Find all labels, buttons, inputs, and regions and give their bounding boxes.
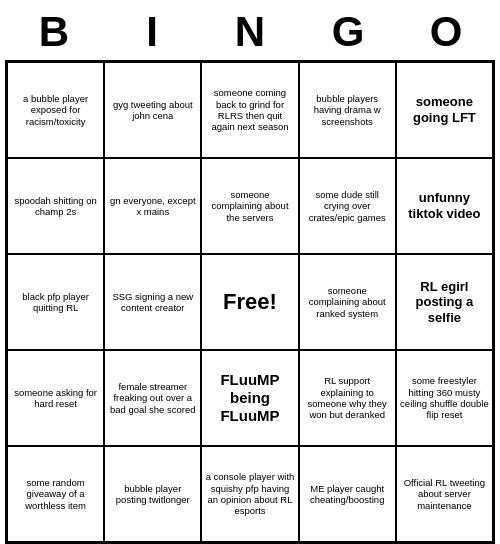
bingo-cell-12: Free! bbox=[201, 254, 298, 350]
bingo-cell-15: someone asking for hard reset bbox=[7, 350, 104, 446]
bingo-cell-11: SSG signing a new content creator bbox=[104, 254, 201, 350]
letter-b: B bbox=[9, 8, 99, 56]
bingo-cell-22: a console player with squishy pfp having… bbox=[201, 446, 298, 542]
letter-i: I bbox=[107, 8, 197, 56]
bingo-cell-7: someone complaining about the servers bbox=[201, 158, 298, 254]
bingo-cell-20: some random giveaway of a worthless item bbox=[7, 446, 104, 542]
bingo-cell-10: black pfp player quitting RL bbox=[7, 254, 104, 350]
bingo-cell-23: ME player caught cheating/boosting bbox=[299, 446, 396, 542]
letter-g: G bbox=[303, 8, 393, 56]
bingo-cell-18: RL support explaining to someone why the… bbox=[299, 350, 396, 446]
bingo-cell-2: someone coming back to grind for RLRS th… bbox=[201, 62, 298, 158]
bingo-cell-6: gn everyone, except x mains bbox=[104, 158, 201, 254]
bingo-cell-24: Official RL tweeting about server mainte… bbox=[396, 446, 493, 542]
bingo-cell-17: FLuuMP being FLuuMP bbox=[201, 350, 298, 446]
bingo-cell-0: a bubble player exposed for racism/toxic… bbox=[7, 62, 104, 158]
bingo-cell-19: some freestyler hitting 360 musty ceilin… bbox=[396, 350, 493, 446]
bingo-header: B I N G O bbox=[5, 0, 495, 60]
bingo-cell-9: unfunny tiktok video bbox=[396, 158, 493, 254]
bingo-cell-3: bubble players having drama w screenshot… bbox=[299, 62, 396, 158]
bingo-cell-21: bubble player posting twitlonger bbox=[104, 446, 201, 542]
bingo-cell-13: someone complaining about ranked system bbox=[299, 254, 396, 350]
bingo-cell-8: some dude still crying over crates/epic … bbox=[299, 158, 396, 254]
bingo-grid: a bubble player exposed for racism/toxic… bbox=[5, 60, 495, 544]
letter-n: N bbox=[205, 8, 295, 56]
bingo-cell-5: spoodah shitting on champ 2s bbox=[7, 158, 104, 254]
letter-o: O bbox=[401, 8, 491, 56]
bingo-cell-4: someone going LFT bbox=[396, 62, 493, 158]
bingo-cell-16: female streamer freaking out over a bad … bbox=[104, 350, 201, 446]
bingo-cell-14: RL egirl posting a selfie bbox=[396, 254, 493, 350]
bingo-cell-1: gyg tweeting about john cena bbox=[104, 62, 201, 158]
